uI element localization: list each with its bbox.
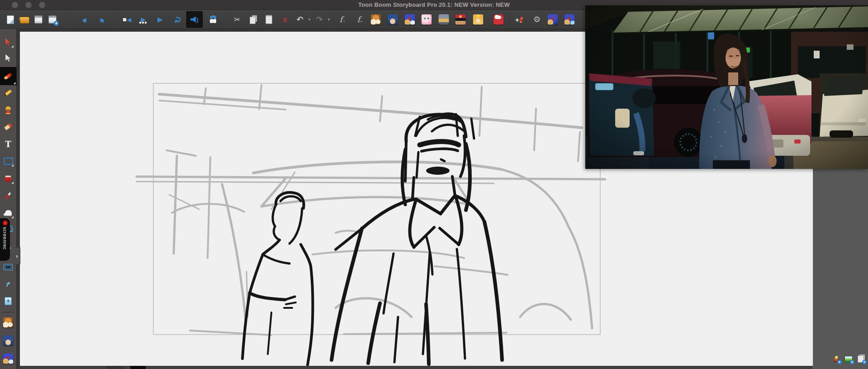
reference-video-overlay[interactable] — [585, 5, 868, 169]
redo-menu-icon[interactable] — [327, 14, 331, 25]
pivot-tool[interactable] — [2, 278, 14, 291]
dropper-tool[interactable] — [2, 189, 14, 202]
separator — [115, 13, 116, 26]
new-scene-icon[interactable] — [5, 14, 16, 25]
text-tool[interactable] — [2, 138, 14, 150]
cut-icon[interactable] — [231, 14, 243, 25]
next-panel-icon[interactable] — [97, 14, 109, 25]
screenrec-label: screenrec — [2, 227, 8, 250]
save-icon[interactable] — [33, 14, 44, 25]
eraser-tool[interactable] — [2, 120, 14, 133]
preset-falco-icon[interactable] — [3, 354, 14, 364]
preset-falco-2-icon[interactable] — [548, 14, 558, 25]
separator — [2, 312, 14, 313]
loop-icon[interactable] — [172, 14, 184, 25]
copy-icon[interactable] — [247, 14, 258, 25]
preset-fox-icon[interactable] — [371, 14, 381, 25]
rectangle-tool[interactable] — [2, 155, 14, 168]
select-tool[interactable] — [2, 52, 14, 64]
preset-marth-icon[interactable] — [388, 14, 398, 25]
save-advanced-icon[interactable] — [47, 14, 58, 25]
preset-captain-falcon-icon[interactable] — [455, 14, 466, 25]
sketch-gray-layer — [137, 85, 606, 335]
panel-switch-icon[interactable] — [207, 14, 219, 25]
separator — [334, 13, 335, 26]
app-window: Toon Boom Storyboard Pro 20.1: NEW Versi… — [0, 0, 868, 369]
function-view-icon[interactable] — [354, 14, 365, 25]
previous-panel-icon[interactable] — [78, 14, 90, 25]
redo-icon[interactable] — [313, 14, 325, 25]
separator — [67, 13, 68, 26]
play-icon[interactable] — [154, 14, 166, 25]
preset-marth-icon[interactable] — [3, 335, 14, 346]
open-scene-icon[interactable] — [19, 14, 30, 25]
preset-fox-icon[interactable] — [3, 317, 14, 328]
separator — [224, 13, 225, 26]
bottom-strip-shade — [107, 366, 123, 369]
add-brush-icon[interactable] — [513, 14, 525, 25]
bottom-strip — [20, 366, 813, 369]
preset-falco-3-icon[interactable] — [564, 14, 575, 25]
screenrec-widget[interactable]: screenrec — [0, 218, 10, 261]
pencil-tool[interactable] — [2, 86, 14, 99]
preset-sheik-icon[interactable] — [439, 14, 449, 25]
preset-falco-icon[interactable] — [405, 14, 415, 25]
separator — [510, 13, 511, 26]
chevron-right-icon: › — [16, 253, 18, 259]
add-bitmap-layer[interactable] — [844, 355, 854, 364]
preset-peach-icon[interactable] — [473, 14, 484, 25]
delete-icon[interactable] — [279, 14, 291, 25]
tools-sidebar — [0, 29, 17, 369]
preset-yoshi-icon[interactable] — [493, 14, 504, 25]
add-vector-layer[interactable] — [831, 355, 841, 364]
sound-icon[interactable] — [186, 11, 203, 28]
panel-frame — [153, 83, 600, 335]
brush-tool[interactable] — [0, 67, 17, 85]
function-editor-icon[interactable] — [337, 14, 348, 25]
preset-jigglypuff-icon[interactable] — [422, 14, 432, 25]
record-icon[interactable] — [3, 220, 8, 225]
layers-panel — [813, 169, 868, 369]
hand-tool[interactable] — [2, 206, 14, 219]
transform-tool[interactable] — [2, 36, 14, 48]
camera-tool[interactable] — [2, 261, 14, 273]
add-panel-tool[interactable] — [2, 295, 14, 307]
play-selection-icon[interactable] — [138, 14, 149, 25]
settings-icon[interactable] — [531, 14, 543, 25]
stamp-tool[interactable] — [2, 103, 14, 116]
reference-video-frame — [585, 5, 868, 169]
undo-menu-icon[interactable] — [307, 14, 312, 25]
first-frame-icon[interactable] — [121, 14, 133, 25]
add-group-layer[interactable] — [856, 355, 866, 364]
panel-collapse-tab[interactable]: › — [14, 247, 20, 264]
paint-tool[interactable] — [2, 172, 14, 185]
sketch-ink-layer — [242, 114, 502, 365]
bottom-strip-marker — [130, 366, 146, 369]
undo-icon[interactable] — [294, 14, 306, 25]
paste-icon[interactable] — [263, 14, 275, 25]
